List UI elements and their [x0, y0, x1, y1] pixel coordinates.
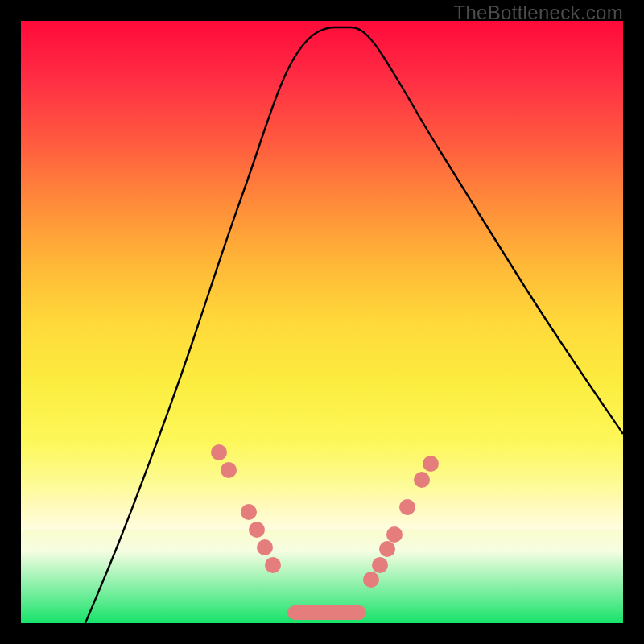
- marker-dot: [423, 456, 439, 472]
- marker-dot: [241, 504, 257, 520]
- marker-dot: [249, 522, 265, 538]
- marker-dot: [414, 472, 430, 488]
- marker-dot: [265, 557, 281, 573]
- marker-dot: [257, 539, 273, 555]
- bottleneck-curve: [85, 27, 623, 623]
- watermark-text: TheBottleneck.com: [453, 2, 623, 24]
- marker-dot: [363, 572, 379, 588]
- markers-group: [211, 444, 439, 588]
- marker-dot: [379, 541, 395, 557]
- marker-dot: [221, 462, 237, 478]
- marker-dot: [386, 526, 402, 543]
- chart-stage: TheBottleneck.com: [0, 0, 644, 644]
- marker-dot: [372, 557, 388, 573]
- chart-svg: [21, 21, 623, 623]
- plot-area: [21, 21, 623, 623]
- marker-dot: [399, 499, 415, 515]
- marker-dot: [211, 444, 227, 460]
